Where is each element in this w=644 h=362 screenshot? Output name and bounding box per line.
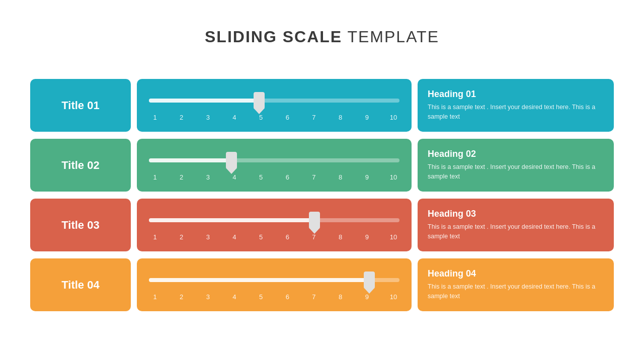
slider-box-1[interactable]: 12345678910 xyxy=(137,79,412,132)
slider-number-9: 9 xyxy=(362,173,372,181)
slider-number-6: 6 xyxy=(282,233,292,241)
title-label-3: Title 03 xyxy=(61,219,99,232)
heading-text-3: This is a sample text . Insert your desi… xyxy=(428,222,604,241)
slider-number-3: 3 xyxy=(203,173,213,181)
slider-numbers-1: 12345678910 xyxy=(149,114,399,121)
heading-text-1: This is a sample text . Insert your desi… xyxy=(428,103,604,122)
page-title: SLIDING SCALE TEMPLATE xyxy=(205,28,439,46)
heading-title-3: Heading 03 xyxy=(428,209,604,219)
slider-number-7: 7 xyxy=(309,114,319,121)
slider-box-4[interactable]: 12345678910 xyxy=(137,258,412,311)
slider-track-container-2 xyxy=(149,150,399,170)
slider-thumb-3[interactable] xyxy=(309,212,320,229)
title-label-1: Title 01 xyxy=(61,99,99,112)
scale-row-4: Title 0412345678910Heading 04This is a s… xyxy=(30,258,614,311)
slider-number-3: 3 xyxy=(203,233,213,241)
slider-number-5: 5 xyxy=(256,173,266,181)
heading-box-4: Heading 04This is a sample text . Insert… xyxy=(418,258,614,311)
title-box-2: Title 02 xyxy=(30,139,131,192)
heading-box-1: Heading 01This is a sample text . Insert… xyxy=(418,79,614,132)
heading-text-4: This is a sample text . Insert your desi… xyxy=(428,282,604,301)
slider-number-1: 1 xyxy=(150,114,160,121)
slider-number-1: 1 xyxy=(150,233,160,241)
slider-number-4: 4 xyxy=(229,114,239,121)
slider-box-3[interactable]: 12345678910 xyxy=(137,199,412,251)
slider-number-7: 7 xyxy=(309,293,319,301)
slider-number-9: 9 xyxy=(362,293,372,301)
page-title-bold: SLIDING SCALE xyxy=(205,28,342,46)
slider-number-8: 8 xyxy=(336,293,346,301)
slider-number-2: 2 xyxy=(177,114,187,121)
slider-box-2[interactable]: 12345678910 xyxy=(137,139,412,192)
slider-number-2: 2 xyxy=(177,293,187,301)
slider-number-5: 5 xyxy=(256,114,266,121)
slider-number-1: 1 xyxy=(150,173,160,181)
title-box-1: Title 01 xyxy=(30,79,131,132)
heading-text-2: This is a sample text . Insert your desi… xyxy=(428,162,604,182)
scale-row-3: Title 0312345678910Heading 03This is a s… xyxy=(30,199,614,251)
slider-number-9: 9 xyxy=(362,114,372,121)
slider-number-8: 8 xyxy=(336,173,346,181)
slider-number-7: 7 xyxy=(309,173,319,181)
slider-numbers-2: 12345678910 xyxy=(149,173,399,181)
heading-box-3: Heading 03This is a sample text . Insert… xyxy=(418,199,614,251)
slider-track-container-3 xyxy=(149,210,399,230)
slider-number-2: 2 xyxy=(177,173,187,181)
heading-title-1: Heading 01 xyxy=(428,89,604,100)
slider-number-4: 4 xyxy=(229,293,239,301)
title-box-3: Title 03 xyxy=(30,199,131,251)
title-box-4: Title 04 xyxy=(30,258,131,311)
slider-thumb-4[interactable] xyxy=(364,272,375,289)
slider-number-4: 4 xyxy=(229,233,239,241)
slider-number-1: 1 xyxy=(150,293,160,301)
slider-number-6: 6 xyxy=(282,173,292,181)
slider-number-7: 7 xyxy=(309,233,319,241)
heading-box-2: Heading 02This is a sample text . Insert… xyxy=(418,139,614,192)
slider-number-4: 4 xyxy=(229,173,239,181)
slider-thumb-2[interactable] xyxy=(226,152,237,169)
slider-number-8: 8 xyxy=(336,114,346,121)
slider-number-9: 9 xyxy=(362,233,372,241)
slider-number-10: 10 xyxy=(388,114,398,121)
heading-title-2: Heading 02 xyxy=(428,149,604,159)
slider-number-6: 6 xyxy=(282,293,292,301)
slider-track-container-1 xyxy=(149,90,399,111)
slider-number-5: 5 xyxy=(256,233,266,241)
page-title-light: TEMPLATE xyxy=(342,28,439,46)
slider-track-fill-3 xyxy=(149,218,314,222)
slider-number-2: 2 xyxy=(177,233,187,241)
slider-number-3: 3 xyxy=(203,114,213,121)
slider-track-fill-1 xyxy=(149,99,259,103)
slider-numbers-3: 12345678910 xyxy=(149,233,399,241)
slider-number-10: 10 xyxy=(388,293,398,301)
title-label-4: Title 04 xyxy=(61,279,99,292)
scale-row-2: Title 0212345678910Heading 02This is a s… xyxy=(30,139,614,192)
slider-thumb-1[interactable] xyxy=(254,92,265,109)
rows-container: Title 0112345678910Heading 01This is a s… xyxy=(30,79,614,311)
slider-track-fill-2 xyxy=(149,158,231,162)
title-label-2: Title 02 xyxy=(61,159,99,172)
slider-number-8: 8 xyxy=(336,233,346,241)
slider-numbers-4: 12345678910 xyxy=(149,293,399,301)
slider-track-container-4 xyxy=(149,270,399,290)
slider-number-10: 10 xyxy=(388,173,398,181)
slider-number-6: 6 xyxy=(282,114,292,121)
slider-number-5: 5 xyxy=(256,293,266,301)
scale-row-1: Title 0112345678910Heading 01This is a s… xyxy=(30,79,614,132)
slider-track-fill-4 xyxy=(149,278,369,282)
slider-number-3: 3 xyxy=(203,293,213,301)
heading-title-4: Heading 04 xyxy=(428,268,604,279)
slider-number-10: 10 xyxy=(388,233,398,241)
